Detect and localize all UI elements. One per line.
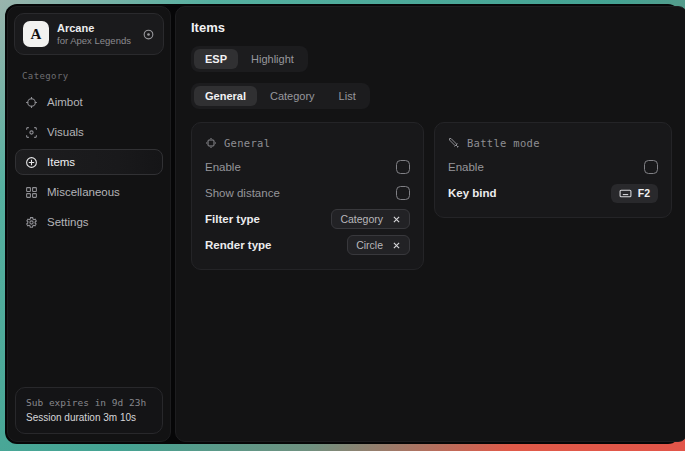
- sidebar-section-label: Category: [22, 71, 156, 81]
- sidebar-item-label: Aimbot: [47, 96, 83, 108]
- keybind-button[interactable]: F2: [611, 184, 658, 203]
- swords-icon: [448, 137, 460, 149]
- session-duration-text: Session duration 3m 10s: [26, 410, 152, 425]
- filter-type-value: Category: [340, 213, 383, 225]
- setting-label: Show distance: [205, 187, 280, 199]
- show-distance-checkbox[interactable]: [396, 186, 410, 200]
- enable-checkbox[interactable]: [396, 160, 410, 174]
- card-title: General: [224, 137, 270, 149]
- setting-row-show-distance: Show distance: [205, 181, 410, 205]
- sidebar-nav: Aimbot Visuals Items: [8, 85, 170, 239]
- keybind-value: F2: [638, 187, 650, 199]
- gear-icon: [25, 216, 38, 229]
- app-subtitle: for Apex Legends: [57, 35, 134, 47]
- sidebar-item-label: Visuals: [47, 126, 84, 138]
- pin-icon[interactable]: [142, 28, 155, 41]
- app-window: A Arcane for Apex Legends Category Aimbo…: [5, 4, 680, 444]
- setting-label: Key bind: [448, 187, 497, 199]
- battle-mode-card: Battle mode Enable Key bind: [434, 122, 672, 218]
- setting-row-render-type: Render type Circle: [205, 233, 410, 257]
- grid-icon: [25, 186, 38, 199]
- sidebar-item-label: Miscellaneous: [47, 186, 120, 198]
- keyboard-icon: [619, 187, 632, 200]
- setting-row-key-bind: Key bind F2: [448, 181, 658, 205]
- focus-icon: [205, 137, 217, 149]
- sidebar-item-aimbot[interactable]: Aimbot: [15, 89, 163, 115]
- card-title: Battle mode: [467, 137, 540, 149]
- sidebar-item-miscellaneous[interactable]: Miscellaneous: [15, 179, 163, 205]
- app-title: Arcane: [57, 22, 134, 35]
- settings-cards: General Enable Show distance Filter type…: [191, 122, 672, 270]
- sub-tabs: General Category List: [191, 83, 370, 109]
- target-icon: [25, 156, 38, 169]
- mode-tabs: ESP Highlight: [191, 46, 308, 72]
- close-icon[interactable]: [392, 215, 401, 224]
- app-logo: A: [23, 21, 49, 47]
- setting-row-filter-type: Filter type Category: [205, 207, 410, 231]
- setting-row-enable: Enable: [448, 155, 658, 179]
- main-panel: Items ESP Highlight General Category Lis…: [175, 6, 685, 442]
- sidebar-item-visuals[interactable]: Visuals: [15, 119, 163, 145]
- tab-general[interactable]: General: [194, 86, 257, 106]
- sidebar-item-label: Items: [47, 156, 75, 168]
- setting-label: Filter type: [205, 213, 260, 225]
- close-icon[interactable]: [392, 241, 401, 250]
- tab-esp[interactable]: ESP: [194, 49, 238, 69]
- tab-highlight[interactable]: Highlight: [240, 49, 305, 69]
- battle-enable-checkbox[interactable]: [644, 160, 658, 174]
- page-title: Items: [191, 20, 672, 35]
- sidebar-item-label: Settings: [47, 216, 89, 228]
- sidebar-item-settings[interactable]: Settings: [15, 209, 163, 235]
- filter-type-select[interactable]: Category: [331, 209, 410, 229]
- eye-scan-icon: [25, 126, 38, 139]
- crosshair-icon: [25, 96, 38, 109]
- setting-row-enable: Enable: [205, 155, 410, 179]
- setting-label: Enable: [448, 161, 484, 173]
- render-type-select[interactable]: Circle: [347, 235, 410, 255]
- sidebar-item-items[interactable]: Items: [15, 149, 163, 175]
- setting-label: Enable: [205, 161, 241, 173]
- general-card: General Enable Show distance Filter type…: [191, 122, 424, 270]
- render-type-value: Circle: [356, 239, 383, 251]
- tab-category[interactable]: Category: [259, 86, 326, 106]
- sidebar: A Arcane for Apex Legends Category Aimbo…: [7, 6, 171, 442]
- tab-list[interactable]: List: [328, 86, 367, 106]
- app-header-card: A Arcane for Apex Legends: [14, 13, 164, 55]
- session-info-card: Sub expires in 9d 23h Session duration 3…: [15, 387, 163, 434]
- sub-expiry-text: Sub expires in 9d 23h: [26, 395, 152, 410]
- setting-label: Render type: [205, 239, 271, 251]
